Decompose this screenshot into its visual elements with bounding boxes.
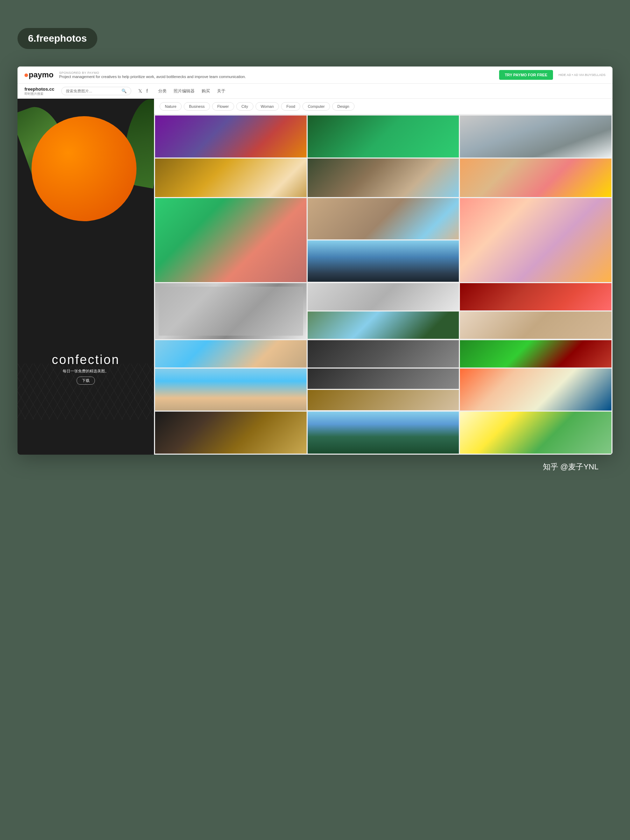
hero-title: confection: [17, 352, 154, 367]
category-tabs: Nature Business Flower City Woman Food C…: [154, 99, 613, 114]
nav-bar: freephotos.cc 即时图片搜索 🔍 𝕏 f 分类 照片编辑器 购买 关…: [17, 84, 613, 99]
tab-food[interactable]: Food: [281, 102, 300, 111]
photo-item[interactable]: [308, 240, 459, 282]
tab-design[interactable]: Design: [332, 102, 355, 111]
photo-item[interactable]: [155, 412, 306, 453]
search-input[interactable]: [66, 89, 119, 93]
photo-item[interactable]: [308, 369, 459, 389]
photo-col: [308, 369, 459, 411]
hide-ad-text[interactable]: HIDE AD • AD VIA BUYSELLADS: [559, 73, 605, 77]
nav-social: 𝕏 f: [138, 88, 148, 94]
photo-col: [308, 198, 459, 282]
photo-item[interactable]: [155, 369, 306, 411]
photo-item[interactable]: [308, 115, 459, 158]
tab-nature[interactable]: Nature: [159, 102, 182, 111]
tab-city[interactable]: City: [236, 102, 253, 111]
hero-panel: confection 每日一张免费的精选美图。 下载: [17, 99, 154, 455]
search-icon: 🔍: [122, 88, 127, 93]
photo-item[interactable]: [460, 115, 611, 158]
hero-subtitle: 每日一张免费的精选美图。: [17, 369, 154, 374]
nav-links: 分类 照片编辑器 购买 关于: [158, 88, 226, 94]
main-content: confection 每日一张免费的精选美图。 下载 Nature Busine…: [17, 99, 613, 455]
tab-computer[interactable]: Computer: [302, 102, 330, 111]
photo-item[interactable]: [308, 412, 459, 453]
nav-about[interactable]: 关于: [217, 88, 226, 94]
ad-tagline: Project management for creatives to help…: [59, 74, 246, 79]
photo-item[interactable]: [460, 340, 611, 368]
photo-item[interactable]: [460, 311, 611, 339]
hero-text-overlay: confection 每日一张免费的精选美图。 下载: [17, 352, 154, 385]
photo-item[interactable]: [155, 283, 306, 339]
ad-text-block: SPONSORED BY PAYMO Project management fo…: [59, 71, 246, 79]
hero-download-btn[interactable]: 下载: [77, 377, 95, 385]
paymo-logo: paymo: [25, 70, 54, 79]
twitter-icon[interactable]: 𝕏: [138, 88, 142, 94]
hero-orange-fruit: [32, 116, 136, 221]
photo-item[interactable]: [155, 115, 306, 158]
photo-item[interactable]: [460, 159, 611, 197]
facebook-icon[interactable]: f: [146, 88, 148, 94]
photo-item[interactable]: [155, 198, 306, 282]
section-label: 6.freephotos: [17, 28, 97, 49]
page-wrapper: 6.freephotos paymo SPONSORED BY PAYMO Pr…: [17, 28, 613, 479]
photo-grid: [154, 114, 613, 455]
photo-item[interactable]: [155, 340, 306, 368]
site-brand: freephotos.cc 即时图片搜索: [25, 87, 54, 96]
photo-item[interactable]: [155, 159, 306, 197]
photo-item[interactable]: [460, 198, 611, 282]
photo-col: [460, 283, 611, 339]
site-name: freephotos.cc: [25, 87, 54, 92]
photo-item[interactable]: [460, 412, 611, 453]
photo-item[interactable]: [460, 369, 611, 411]
site-tagline: 即时图片搜索: [25, 92, 54, 96]
photo-col: [308, 283, 459, 339]
watermark: 知乎 @麦子YNL: [17, 455, 613, 479]
photo-item[interactable]: [308, 283, 459, 311]
search-bar[interactable]: 🔍: [61, 87, 131, 95]
photo-item[interactable]: [308, 311, 459, 339]
photo-item[interactable]: [308, 340, 459, 368]
photo-item[interactable]: [308, 159, 459, 197]
right-panel: Nature Business Flower City Woman Food C…: [154, 99, 613, 455]
tab-woman[interactable]: Woman: [256, 102, 279, 111]
nav-buy[interactable]: 购买: [202, 88, 210, 94]
tab-business[interactable]: Business: [184, 102, 210, 111]
ad-banner: paymo SPONSORED BY PAYMO Project managem…: [17, 66, 613, 84]
paymo-dot: [25, 74, 28, 77]
try-paymo-button[interactable]: TRY PAYMO FOR FREE: [499, 70, 553, 80]
sponsored-label: SPONSORED BY PAYMO: [59, 71, 246, 74]
photo-item[interactable]: [460, 283, 611, 311]
browser-window: paymo SPONSORED BY PAYMO Project managem…: [17, 66, 613, 455]
hero-visual: confection 每日一张免费的精选美图。 下载: [17, 99, 154, 455]
nav-editor[interactable]: 照片编辑器: [174, 88, 194, 94]
photo-item[interactable]: [308, 198, 459, 239]
tab-flower[interactable]: Flower: [212, 102, 234, 111]
photo-item[interactable]: [308, 390, 459, 410]
nav-categories[interactable]: 分类: [158, 88, 167, 94]
